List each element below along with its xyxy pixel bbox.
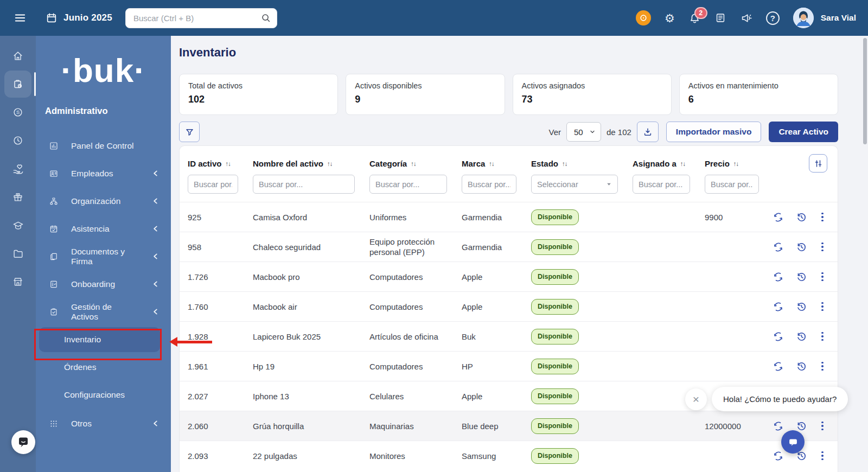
change-status-icon[interactable] xyxy=(773,361,783,372)
history-icon[interactable] xyxy=(796,242,807,252)
chat-launcher-button[interactable] xyxy=(781,430,805,454)
chat-bubble-icon xyxy=(787,436,799,448)
history-icon[interactable] xyxy=(796,212,807,222)
row-menu-icon[interactable] xyxy=(820,420,825,432)
help-icon[interactable]: ? xyxy=(766,11,780,25)
row-menu-icon[interactable] xyxy=(820,241,825,253)
row-menu-icon[interactable] xyxy=(820,330,825,343)
filter-precio-input[interactable] xyxy=(705,175,759,194)
rail-education-icon[interactable] xyxy=(4,219,31,231)
announcements-megaphone-icon[interactable] xyxy=(740,12,752,24)
user-avatar[interactable] xyxy=(793,8,814,28)
change-status-icon[interactable] xyxy=(773,421,783,431)
sidebar-item-asistencia[interactable]: Asistencia xyxy=(36,215,171,243)
rail-home-icon[interactable] xyxy=(4,50,31,62)
module-rail: S xyxy=(0,36,36,472)
search-input[interactable] xyxy=(133,14,260,23)
filter-marca-input[interactable] xyxy=(462,175,516,194)
download-button[interactable] xyxy=(637,122,659,142)
page-title: Inventario xyxy=(179,46,236,60)
table-row[interactable]: 2.093 22 pulgadas Monitores Samsung Disp… xyxy=(180,441,838,470)
create-asset-button[interactable]: Crear Activo xyxy=(769,122,838,142)
column-header-nombre[interactable]: Nombre del activo↑↓ xyxy=(245,159,361,168)
sidebar-subitem-configuraciones[interactable]: Configuraciones xyxy=(36,381,171,409)
sidebar-item-gestion-de-activos[interactable]: Gestión de Activos xyxy=(36,298,171,326)
filter-estado-select[interactable]: Seleccionar xyxy=(531,175,618,194)
sidebar-item-otros[interactable]: Otros xyxy=(36,410,171,437)
row-menu-icon[interactable] xyxy=(820,360,825,373)
change-status-icon[interactable] xyxy=(773,242,783,252)
rail-asset-management-icon[interactable] xyxy=(4,71,31,98)
history-icon[interactable] xyxy=(796,331,807,342)
assistant-icon[interactable] xyxy=(636,10,651,25)
sidebar-item-organizacion[interactable]: Organización xyxy=(36,187,171,215)
column-header-marca[interactable]: Marca↑↓ xyxy=(454,159,523,168)
sidebar-subitem-inventario[interactable]: Inventario xyxy=(39,327,160,352)
history-icon[interactable] xyxy=(796,361,807,372)
notifications-bell-icon[interactable]: 2 xyxy=(688,12,701,24)
sliders-icon xyxy=(814,159,823,168)
status-badge: Disponible xyxy=(531,388,579,404)
cell-asignado xyxy=(624,232,697,261)
sidebar-item-empleados[interactable]: Empleados xyxy=(36,160,171,187)
table-row[interactable]: 1.726 Macbook pro Computadores Apple Dis… xyxy=(180,261,838,291)
news-icon[interactable] xyxy=(714,12,726,24)
rail-documents-icon[interactable] xyxy=(4,247,31,259)
sort-icon: ↑↓ xyxy=(680,161,686,167)
row-menu-icon[interactable] xyxy=(820,301,825,313)
row-menu-icon[interactable] xyxy=(820,271,825,283)
row-menu-icon[interactable] xyxy=(820,450,825,462)
cell-nombre: Lapicero Buk 2025 xyxy=(245,322,361,351)
row-menu-icon[interactable] xyxy=(820,211,825,224)
page-size-select[interactable]: 50 xyxy=(566,122,601,142)
change-status-icon[interactable] xyxy=(773,212,783,222)
rail-gifts-icon[interactable] xyxy=(4,191,31,203)
history-icon[interactable] xyxy=(796,421,807,431)
change-status-icon[interactable] xyxy=(773,451,783,461)
period-selector[interactable]: Junio 2025 xyxy=(46,12,112,24)
chat-dismiss-button[interactable]: × xyxy=(685,388,707,410)
cell-nombre: Macbook air xyxy=(245,292,361,321)
table-row[interactable]: 1.961 Hp 19 Computadores HP Disponible xyxy=(180,351,838,381)
column-header-precio[interactable]: Precio↑↓ xyxy=(697,159,765,168)
cell-asignado xyxy=(624,441,697,470)
scrollbar-thumb[interactable] xyxy=(863,38,867,144)
rail-benefits-icon[interactable] xyxy=(4,163,31,175)
feedback-widget-button[interactable] xyxy=(11,430,35,454)
filter-categoria-input[interactable] xyxy=(369,175,447,194)
filter-nombre-input[interactable] xyxy=(253,175,355,194)
rail-time-icon[interactable] xyxy=(4,135,31,146)
rail-payroll-icon[interactable]: S xyxy=(4,106,31,118)
column-header-asignado[interactable]: Asignado a↑↓ xyxy=(624,159,697,168)
history-icon[interactable] xyxy=(796,302,807,312)
menu-toggle-icon[interactable] xyxy=(14,12,26,24)
table-row[interactable]: 2.060 Grúa horquilla Maquinarias Blue de… xyxy=(180,411,838,441)
table-row[interactable]: 958 Chaleco seguridad Equipo protección … xyxy=(180,232,838,261)
column-header-id[interactable]: ID activo↑↓ xyxy=(180,159,245,168)
filter-asignado-input[interactable] xyxy=(633,175,690,194)
change-status-icon[interactable] xyxy=(773,272,783,282)
filter-id-input[interactable] xyxy=(188,175,238,194)
page-scrollbar[interactable] xyxy=(863,38,867,470)
cell-asignado xyxy=(624,262,697,291)
settings-gear-icon[interactable]: ⚙ xyxy=(665,12,675,24)
sidebar-subitem-ordenes[interactable]: Órdenes xyxy=(36,353,171,381)
sidebar-item-documentos-y-firma[interactable]: Documentos y Firma xyxy=(36,243,171,270)
column-settings-button[interactable] xyxy=(809,154,827,173)
sidebar-item-panel-de-control[interactable]: Panel de Control xyxy=(36,132,171,160)
change-status-icon[interactable] xyxy=(773,331,783,342)
cell-nombre: Iphone 13 xyxy=(245,381,361,411)
table-row[interactable]: 1.928 Lapicero Buk 2025 Artículos de ofi… xyxy=(180,321,838,351)
change-status-icon[interactable] xyxy=(773,302,783,312)
history-icon[interactable] xyxy=(796,272,807,282)
column-header-categoria[interactable]: Categoría↑↓ xyxy=(361,159,454,168)
table-row[interactable]: 1.760 Macbook air Computadores Apple Dis… xyxy=(180,291,838,321)
chat-greeting-bubble[interactable]: Hola! ¿Cómo te puedo ayudar? xyxy=(712,387,848,411)
bulk-import-button[interactable]: Importador masivo xyxy=(666,122,762,142)
column-header-estado[interactable]: Estado↑↓ xyxy=(523,159,624,168)
sidebar-item-onboarding[interactable]: Onboarding xyxy=(36,270,171,298)
table-row[interactable]: 925 Camisa Oxford Uniformes Garmendia Di… xyxy=(180,202,838,232)
filter-button[interactable] xyxy=(179,122,200,142)
page-size-label: Ver xyxy=(548,127,561,137)
rail-marketplace-icon[interactable] xyxy=(4,276,31,288)
